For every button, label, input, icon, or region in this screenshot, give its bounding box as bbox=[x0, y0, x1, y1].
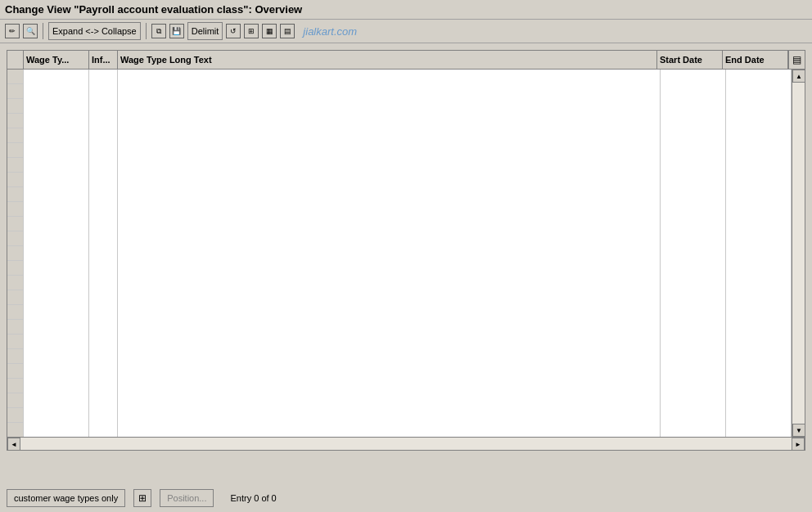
table-row[interactable] bbox=[7, 246, 792, 261]
start-date-cell bbox=[661, 379, 726, 393]
row-selector[interactable] bbox=[7, 320, 24, 334]
row-selector[interactable] bbox=[7, 246, 24, 260]
column-settings-icon[interactable]: ▤ bbox=[788, 51, 805, 69]
data-table: Wage Ty... Inf... Wage Type Long Text St… bbox=[7, 50, 805, 451]
table-row[interactable] bbox=[7, 231, 792, 246]
copy-btn[interactable]: ⧉ bbox=[151, 24, 166, 38]
row-selector[interactable] bbox=[7, 335, 24, 348]
position-button[interactable]: Position... bbox=[160, 489, 214, 507]
table1-btn[interactable]: ⊞ bbox=[244, 24, 259, 38]
table-row[interactable] bbox=[7, 379, 792, 393]
long-text-cell bbox=[118, 187, 661, 202]
long-text-cell bbox=[118, 320, 661, 335]
scroll-track[interactable] bbox=[792, 83, 805, 424]
row-selector[interactable] bbox=[7, 128, 24, 142]
row-selector[interactable] bbox=[7, 364, 24, 378]
table-row[interactable] bbox=[7, 128, 792, 143]
delimit-button[interactable]: Delimit bbox=[187, 22, 223, 40]
start-date-cell bbox=[661, 393, 726, 408]
start-date-cell bbox=[661, 217, 726, 231]
row-selector[interactable] bbox=[7, 349, 24, 363]
expand-collapse-button[interactable]: Expand <-> Collapse bbox=[48, 22, 141, 40]
start-date-cell bbox=[661, 364, 726, 379]
table-row[interactable] bbox=[7, 217, 792, 231]
row-selector[interactable] bbox=[7, 84, 24, 98]
row-selector[interactable] bbox=[7, 114, 24, 128]
end-date-cell bbox=[726, 70, 792, 84]
table-header: Wage Ty... Inf... Wage Type Long Text St… bbox=[7, 51, 805, 70]
table-row[interactable] bbox=[7, 173, 792, 187]
wage-type-cell bbox=[24, 70, 89, 84]
table-row[interactable] bbox=[7, 143, 792, 158]
table-row[interactable] bbox=[7, 320, 792, 335]
table-row[interactable] bbox=[7, 423, 792, 437]
search-icon: 🔍 bbox=[26, 27, 35, 35]
table-row[interactable] bbox=[7, 335, 792, 349]
table2-btn[interactable]: ▦ bbox=[262, 24, 277, 38]
table-row[interactable] bbox=[7, 290, 792, 305]
row-selector[interactable] bbox=[7, 70, 24, 83]
end-date-cell bbox=[726, 379, 792, 393]
wage-type-cell bbox=[24, 261, 89, 276]
row-selector[interactable] bbox=[7, 143, 24, 157]
row-selector[interactable] bbox=[7, 423, 24, 437]
table-row[interactable] bbox=[7, 408, 792, 423]
table-row[interactable] bbox=[7, 187, 792, 202]
row-selector[interactable] bbox=[7, 217, 24, 231]
row-selector[interactable] bbox=[7, 408, 24, 422]
scroll-down-button[interactable]: ▼ bbox=[792, 424, 805, 437]
row-selector[interactable] bbox=[7, 187, 24, 201]
table-row[interactable] bbox=[7, 349, 792, 364]
title-bar: Change View "Payroll account evaluation … bbox=[0, 0, 812, 20]
row-selector[interactable] bbox=[7, 202, 24, 216]
table-row[interactable] bbox=[7, 99, 792, 114]
row-selector[interactable] bbox=[7, 99, 24, 113]
refresh-btn[interactable]: ↺ bbox=[226, 24, 241, 38]
main-window: Change View "Payroll account evaluation … bbox=[0, 0, 812, 512]
row-selector[interactable] bbox=[7, 261, 24, 275]
scroll-up-button[interactable]: ▲ bbox=[792, 70, 805, 83]
col-header-start-date: Start Date bbox=[657, 51, 723, 69]
save-btn[interactable]: 💾 bbox=[169, 24, 184, 38]
row-selector[interactable] bbox=[7, 290, 24, 304]
table-row[interactable] bbox=[7, 364, 792, 379]
end-date-cell bbox=[726, 202, 792, 217]
window-title: Change View "Payroll account evaluation … bbox=[5, 3, 302, 16]
inf-cell bbox=[89, 261, 118, 276]
table-row[interactable] bbox=[7, 276, 792, 290]
long-text-cell bbox=[118, 158, 661, 173]
customer-wage-types-button[interactable]: customer wage types only bbox=[7, 489, 125, 507]
table-row[interactable] bbox=[7, 70, 792, 84]
edit-btn[interactable]: ✏ bbox=[5, 24, 20, 38]
refresh-icon: ↺ bbox=[230, 27, 237, 35]
row-selector[interactable] bbox=[7, 173, 24, 186]
row-selector[interactable] bbox=[7, 158, 24, 172]
table3-btn[interactable]: ▤ bbox=[280, 24, 295, 38]
position-icon-btn[interactable]: ⊞ bbox=[133, 489, 151, 507]
table-row[interactable] bbox=[7, 114, 792, 128]
h-scroll-track[interactable] bbox=[20, 438, 792, 450]
inf-cell bbox=[89, 231, 118, 246]
row-selector[interactable] bbox=[7, 393, 24, 407]
table-row[interactable] bbox=[7, 84, 792, 99]
scroll-right-button[interactable]: ► bbox=[792, 438, 805, 451]
row-selector[interactable] bbox=[7, 231, 24, 245]
row-selector[interactable] bbox=[7, 305, 24, 319]
table-row[interactable] bbox=[7, 305, 792, 320]
wage-type-cell bbox=[24, 217, 89, 231]
start-date-cell bbox=[661, 408, 726, 423]
scroll-left-button[interactable]: ◄ bbox=[7, 438, 20, 451]
end-date-cell bbox=[726, 173, 792, 187]
table-row[interactable] bbox=[7, 393, 792, 408]
search-btn[interactable]: 🔍 bbox=[23, 24, 38, 38]
long-text-cell bbox=[118, 290, 661, 305]
row-selector[interactable] bbox=[7, 379, 24, 393]
start-date-cell bbox=[661, 128, 726, 143]
row-selector[interactable] bbox=[7, 276, 24, 290]
table-row[interactable] bbox=[7, 158, 792, 173]
table-row[interactable] bbox=[7, 202, 792, 217]
wage-type-cell bbox=[24, 231, 89, 246]
end-date-cell bbox=[726, 99, 792, 114]
table-row[interactable] bbox=[7, 261, 792, 276]
col-header-wage-type: Wage Ty... bbox=[24, 51, 89, 69]
